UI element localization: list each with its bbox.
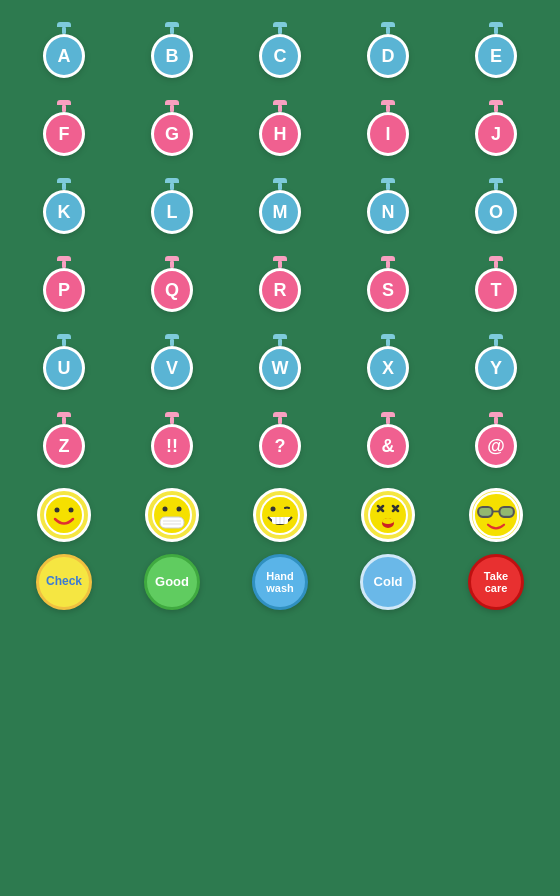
svg-rect-6 xyxy=(160,517,184,528)
soap-body-letter: U xyxy=(43,346,85,390)
soap-body-letter: J xyxy=(475,112,517,156)
svg-point-10 xyxy=(271,507,276,512)
svg-point-4 xyxy=(163,507,168,512)
pump-head xyxy=(165,256,179,261)
soap-bottle-r: R xyxy=(253,256,307,320)
pump-head xyxy=(489,100,503,105)
pump-icon xyxy=(491,412,501,424)
pump-neck xyxy=(170,105,174,112)
emoji-cell-happy xyxy=(10,484,118,546)
badge-cell-takecare: Takecare xyxy=(442,550,550,614)
soap-body-letter: G xyxy=(151,112,193,156)
soap-body-letter: C xyxy=(259,34,301,78)
svg-point-1 xyxy=(55,508,60,513)
soap-bottle-t: T xyxy=(469,256,523,320)
soap-bottle-u: U xyxy=(37,334,91,398)
soap-bottle-l: L xyxy=(145,178,199,242)
soap-body-letter: Y xyxy=(475,346,517,390)
soap-bottle-@: @ xyxy=(469,412,523,476)
pump-head xyxy=(165,178,179,183)
pump-head xyxy=(165,412,179,417)
soap-bottle-&: & xyxy=(361,412,415,476)
pump-neck xyxy=(386,417,390,424)
soap-cell-?: ? xyxy=(226,408,334,480)
soap-body-letter: M xyxy=(259,190,301,234)
pump-icon xyxy=(167,334,177,346)
pump-icon xyxy=(167,22,177,34)
soap-body-letter: & xyxy=(367,424,409,468)
pump-neck xyxy=(386,261,390,268)
soap-cell-i: I xyxy=(334,96,442,168)
pump-icon xyxy=(59,334,69,346)
soap-body-letter: W xyxy=(259,346,301,390)
handwash-badge: Handwash xyxy=(252,554,308,610)
soap-body-letter: B xyxy=(151,34,193,78)
pump-icon xyxy=(275,412,285,424)
pump-neck xyxy=(494,27,498,34)
pump-icon xyxy=(167,178,177,190)
soap-bottle-g: G xyxy=(145,100,199,164)
emoji-row xyxy=(10,484,550,546)
pump-neck xyxy=(386,27,390,34)
soap-cell-!!: !! xyxy=(118,408,226,480)
soap-cell-s: S xyxy=(334,252,442,324)
pump-neck xyxy=(386,105,390,112)
pump-head xyxy=(57,334,71,339)
glasses-face xyxy=(469,488,523,542)
check-badge: Check xyxy=(36,554,92,610)
soap-cell-w: W xyxy=(226,330,334,402)
soap-bottle-a: A xyxy=(37,22,91,86)
pump-head xyxy=(165,22,179,27)
svg-point-9 xyxy=(261,496,299,534)
pump-neck xyxy=(170,339,174,346)
pump-neck xyxy=(494,105,498,112)
emoji-cell-mask xyxy=(118,484,226,546)
pump-head xyxy=(381,22,395,27)
pump-head xyxy=(57,412,71,417)
svg-rect-27 xyxy=(500,508,512,516)
soap-bottle-z: Z xyxy=(37,412,91,476)
soap-body-letter: !! xyxy=(151,424,193,468)
pump-head xyxy=(381,256,395,261)
soap-bottle-v: V xyxy=(145,334,199,398)
soap-body-letter: O xyxy=(475,190,517,234)
soap-grid: ABCDEFGHIJKLMNOPQRSTUVWXYZ!!?&@ xyxy=(10,18,550,480)
pump-icon xyxy=(383,334,393,346)
soap-bottle-p: P xyxy=(37,256,91,320)
badge-cell-handwash: Handwash xyxy=(226,550,334,614)
soap-body-letter: X xyxy=(367,346,409,390)
pump-neck xyxy=(170,27,174,34)
soap-bottle-w: W xyxy=(253,334,307,398)
soap-cell-y: Y xyxy=(442,330,550,402)
soap-body-letter: I xyxy=(367,112,409,156)
pump-neck xyxy=(494,417,498,424)
soap-body-letter: S xyxy=(367,268,409,312)
pump-icon xyxy=(275,334,285,346)
pump-head xyxy=(165,100,179,105)
pump-head xyxy=(165,334,179,339)
pump-head xyxy=(273,412,287,417)
soap-bottle-j: J xyxy=(469,100,523,164)
pump-icon xyxy=(383,256,393,268)
soap-cell-b: B xyxy=(118,18,226,90)
pump-icon xyxy=(59,22,69,34)
pump-icon xyxy=(383,412,393,424)
pump-neck xyxy=(170,417,174,424)
soap-body-letter: Q xyxy=(151,268,193,312)
pump-icon xyxy=(275,22,285,34)
soap-cell-x: X xyxy=(334,330,442,402)
pump-head xyxy=(57,22,71,27)
dizzy-face xyxy=(361,488,415,542)
soap-bottle-m: M xyxy=(253,178,307,242)
badge-row: Check Good Handwash Cold Takecare xyxy=(10,550,550,614)
badge-cell-check: Check xyxy=(10,550,118,614)
soap-body-letter: L xyxy=(151,190,193,234)
soap-cell-u: U xyxy=(10,330,118,402)
pump-icon xyxy=(383,100,393,112)
pump-neck xyxy=(278,183,282,190)
soap-cell-p: P xyxy=(10,252,118,324)
pump-neck xyxy=(494,261,498,268)
pump-head xyxy=(57,100,71,105)
pump-neck xyxy=(62,261,66,268)
pump-head xyxy=(489,22,503,27)
